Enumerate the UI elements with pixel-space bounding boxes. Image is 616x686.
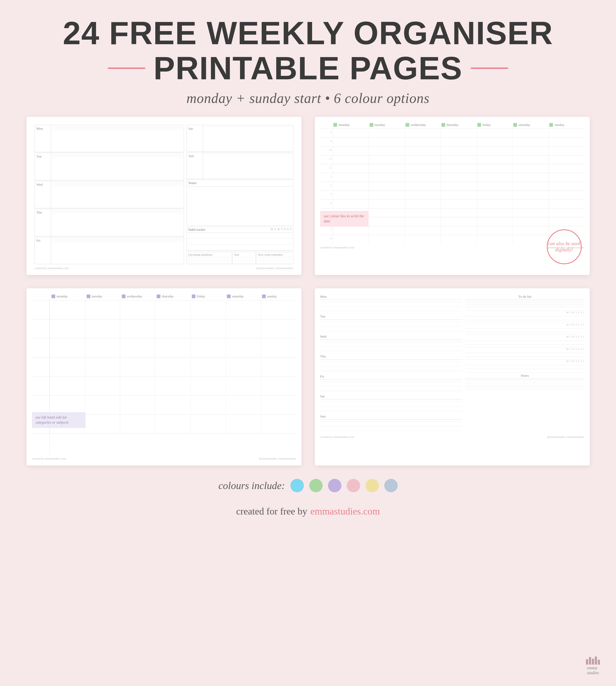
p1-due-header: Due (234, 253, 254, 257)
title-dash-right (471, 68, 508, 69)
main-title: 24 FREE WEEKLY ORGANISER PRINTABLE PAGES (21, 16, 595, 85)
p2-row: 2 (320, 182, 585, 190)
p1-habit-row (187, 245, 293, 251)
p2-row: 8 (320, 129, 585, 137)
header: 24 FREE WEEKLY ORGANISER PRINTABLE PAGES… (21, 16, 595, 106)
p4-label-tue: Tue (320, 314, 463, 320)
p3-row (32, 357, 296, 376)
p3-col-mon: monday (50, 294, 86, 299)
p2-row: 12 (320, 164, 585, 173)
p3-extra (32, 433, 296, 455)
p2-footer: created by emmastudies.com @emmastudies … (320, 246, 585, 249)
emma-logo: emmastudies (586, 657, 600, 675)
planner-card-3: monday tuesday wednesday thursday friday (26, 288, 302, 465)
footer-text: created for free by (236, 506, 307, 517)
p2-col-num (320, 122, 332, 128)
p4-notes-header: Notes (465, 373, 584, 379)
p4-label-wed: Wed (320, 334, 463, 340)
p1-sun: Sun (186, 152, 293, 179)
p1-habit-row (187, 233, 293, 239)
p1-deadlines-col: Upcoming deadlines (186, 252, 232, 264)
p4-inner: Mon Tue Wed Thu (320, 294, 585, 433)
p1-label-mon: Mon (35, 125, 51, 152)
p4-label-sun: Sun (320, 413, 463, 420)
p2-digital-badge: can also be used digitally! (547, 229, 582, 264)
emma-bar-1 (586, 659, 588, 665)
colour-circle-grey (384, 479, 398, 492)
p1-footer-right: @emmastudies | #emmastudies (256, 266, 293, 270)
p1-habit-row (187, 239, 293, 245)
emma-bar-5 (598, 660, 600, 665)
p3-col-sat: saturday (226, 294, 261, 299)
p3-row (32, 300, 296, 319)
emma-bar-3 (592, 659, 594, 665)
p1-label-thu: Thu (35, 209, 51, 236)
p4-todo: To do list (465, 294, 584, 309)
p2-col-fri: friday (476, 122, 512, 128)
p1-content-fri (51, 237, 184, 264)
p1-label-sat: Sat (187, 125, 203, 152)
p4-habit-section: MTWTFSS MTWTFSS MTWTFSS (465, 310, 584, 371)
p2-row: 11 (320, 155, 585, 164)
p4-footer-left: created by emmastudies.com (320, 435, 354, 438)
p2-col-mon: monday (332, 122, 368, 128)
p1-right: Sat Sun Notes (186, 125, 293, 264)
p4-habit-block-4: MTWTFSS (465, 347, 584, 359)
p3-col-thu: thursday (156, 294, 191, 299)
p3-row (32, 376, 296, 395)
p4-habit-block-5: MTWTFSS (465, 359, 584, 371)
colour-circle-green (309, 479, 323, 492)
p2-row: 3 (320, 190, 585, 199)
page-wrapper: 24 FREE WEEKLY ORGANISER PRINTABLE PAGES… (0, 0, 616, 686)
p4-todo-header: To do list (465, 294, 584, 300)
p2-col-sun: sunday (548, 122, 584, 128)
p2-col-wed: wednesday (404, 122, 440, 128)
p4-label-thu: Thu (320, 353, 463, 360)
p2-row: 7 (320, 226, 585, 235)
p4-day-thu: Thu (320, 353, 463, 373)
p1-footer: created by emmastudies.com @emmastudies … (35, 266, 293, 270)
title-dash-left (108, 68, 145, 69)
p4-day-fri: Fri (320, 373, 463, 393)
p3-col-sun: sunday (261, 294, 296, 299)
subtitle: monday + sunday start • 6 colour options (21, 90, 595, 106)
p4-todo-lines (465, 300, 584, 309)
p2-row: 4 (320, 199, 585, 208)
p4-day-sun: Sun (320, 413, 463, 433)
p2-row: 1 (320, 173, 585, 182)
p3-annotation: use left hand side for categories or sub… (32, 412, 86, 428)
p3-footer: created by emmastudies.com @emmastudies … (32, 457, 296, 460)
p4-habit-block-1: MTWTFSS (465, 310, 584, 322)
p1-content-wed (51, 181, 184, 208)
p2-footer-left: created by emmastudies.com (320, 246, 354, 249)
p3-row (32, 319, 296, 338)
p1-content-tue (51, 153, 184, 180)
p4-notes-lines (465, 379, 584, 391)
p3-header: monday tuesday wednesday thursday friday (32, 294, 296, 299)
p2-col-tue: tuesday (369, 122, 404, 128)
p1-habit-tracker: Habit tracker MTWTFSS (186, 227, 293, 251)
title-line1: 24 FREE WEEKLY ORGANISER (21, 16, 595, 50)
p1-reminders-col: Next week reminders (256, 252, 293, 264)
p4-habit-header-2: MTWTFSS (465, 323, 584, 327)
p1-label-fri: Fri (35, 237, 51, 264)
p3-col-fri: friday (191, 294, 226, 299)
p4-left: Mon Tue Wed Thu (320, 294, 463, 433)
p1-habit-days: MTWTFSS (270, 228, 291, 232)
p4-habit-header-3: MTWTFSS (465, 335, 584, 339)
p4-day-tue: Tue (320, 314, 463, 333)
p1-reminders-header: Next week reminders (258, 253, 291, 257)
p4-habit-header-4: MTWTFSS (465, 347, 584, 351)
planner-card-2: monday tuesday wednesday thursday friday (315, 117, 590, 275)
p1-footer-left: created by emmastudies.com (35, 266, 69, 270)
colour-circle-yellow (366, 479, 379, 492)
emma-bar-2 (589, 657, 591, 665)
p1-row-thu: Thu (35, 209, 184, 236)
p4-label-fri: Fri (320, 373, 463, 380)
colours-label: colours include: (218, 480, 285, 491)
planner-grid: Mon Tue Wed (26, 117, 590, 465)
p1-content-thu (51, 209, 184, 236)
p1-left: Mon Tue Wed (35, 125, 184, 264)
p4-lines-mon (320, 300, 463, 313)
footer-link[interactable]: emmastudies.com (310, 506, 380, 517)
